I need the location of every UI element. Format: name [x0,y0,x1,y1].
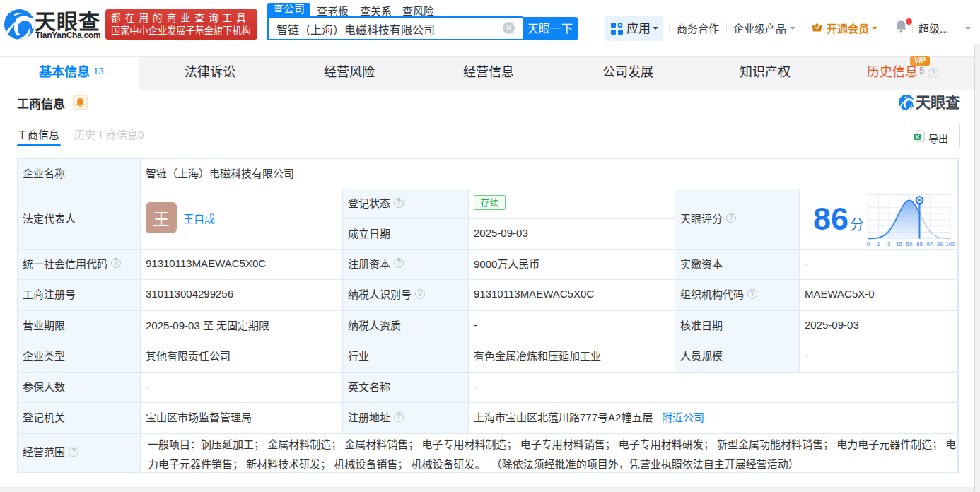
svg-text:100: 100 [945,241,955,247]
svg-text:85: 85 [916,241,923,247]
svg-text:97: 97 [927,241,933,247]
svg-text:15: 15 [896,241,902,247]
svg-text:0: 0 [867,241,870,247]
svg-text:50: 50 [906,241,913,247]
svg-text:1: 1 [877,241,880,247]
svg-text:99: 99 [937,241,943,247]
svg-text:3: 3 [887,241,891,247]
